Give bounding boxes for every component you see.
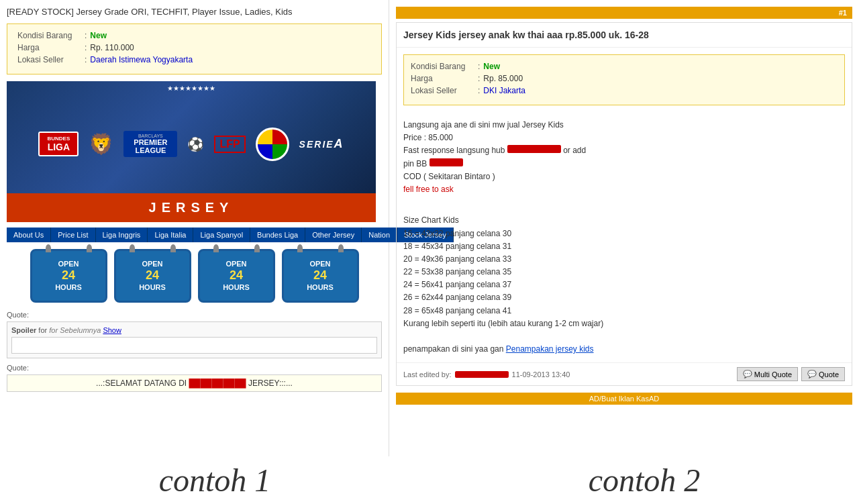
kondisi-value: New xyxy=(90,31,107,40)
quote-section-2: Quote: ...:SELAMAT DATANG DI ██████████ … xyxy=(7,364,382,392)
banner-logos: ★★★★★★★★ BUNDES LIGA 🦁 BARCLAYS PREMIER … xyxy=(7,81,376,193)
body-line4: pin BB xyxy=(403,158,845,170)
lokasi-value: Daerah Istimewa Yogyakarta xyxy=(90,55,193,64)
post-number-badge: #1 xyxy=(839,9,847,17)
page-title: [READY STOCK] Jersey Grade ORI, TECHFIT,… xyxy=(7,7,382,17)
quote-label-2: Quote: xyxy=(7,364,382,372)
spoiler-label: Spoiler xyxy=(11,326,36,334)
size-20: 20 = 49x36 panjang celana 33 xyxy=(403,253,845,266)
right-kondisi-value: New xyxy=(483,62,500,71)
size-28: 28 = 65x48 panjang celana 41 xyxy=(403,305,845,317)
size-note: Kurang lebih seperti itu (lebih atau kur… xyxy=(403,317,845,330)
kondisi-label: Kondisi Barang xyxy=(17,31,85,40)
body-line3: Fast response langsung hub or add xyxy=(403,144,845,157)
post-title: Jersey Kids jersey anak kw thai aaa rp.8… xyxy=(397,23,852,48)
bottom-label-left-container: contoh 1 xyxy=(0,456,430,504)
size-chart: Size Chart Kids 16 = 42x32 panjang celan… xyxy=(403,214,845,330)
right-harga-value: Rp. 85.000 xyxy=(483,74,523,83)
open24-sign-1: OPEN 24 HOURS xyxy=(30,249,107,303)
body-line1: Langsung aja ane di sini mw jual Jersey … xyxy=(403,119,845,132)
lfp-logo: LFP xyxy=(214,136,245,153)
redacted-phone xyxy=(507,145,561,153)
welcome-end: JERSEY:::... xyxy=(248,379,293,388)
quote-box-1: Spoiler for for Sebelumnya Show xyxy=(7,321,382,358)
quote-button[interactable]: 💬 Quote xyxy=(801,367,845,381)
size-18: 18 = 45x34 panjang celana 31 xyxy=(403,240,845,253)
welcome-red: ██████████ xyxy=(189,379,248,388)
last-edited-label: Last edited by: xyxy=(403,370,452,379)
nav-liga-inggris[interactable]: Liga Inggris xyxy=(96,228,148,242)
nav-about-us[interactable]: About Us xyxy=(7,228,51,242)
colorful-circle xyxy=(256,128,289,161)
right-lokasi-value: DKI Jakarta xyxy=(483,86,525,95)
penampakan-link[interactable]: Penampakan jersey kids xyxy=(506,344,594,354)
chat-icon: 💬 xyxy=(743,370,752,379)
size-26: 26 = 62x44 panjang celana 39 xyxy=(403,291,845,304)
contoh-1-label: contoh 1 xyxy=(159,462,271,499)
right-harga-label: Harga xyxy=(411,74,478,83)
barclays-logo: BARCLAYS PREMIER LEAGUE xyxy=(123,131,177,157)
spoiler-content xyxy=(11,337,377,354)
penampakan-line: penampakan di sini yaa gan Penampakan je… xyxy=(403,343,845,356)
serie-a-logo: SERIEA xyxy=(299,137,344,151)
nav-bundes-liga[interactable]: Bundes Liga xyxy=(250,228,305,242)
contoh-2-label: contoh 2 xyxy=(589,462,701,499)
footer-left: Last edited by: 11-09-2013 13:40 xyxy=(403,370,570,379)
bundesliga-logo: BUNDES LIGA xyxy=(38,132,79,156)
ad-footer: AD/Buat Iklan KasAD xyxy=(396,393,852,405)
harga-value: Rp. 110.000 xyxy=(90,43,134,52)
footer-buttons: 💬 Multi Quote 💬 Quote xyxy=(737,367,845,381)
right-kondisi-label: Kondisi Barang xyxy=(411,62,478,71)
multi-quote-button[interactable]: 💬 Multi Quote xyxy=(737,367,798,381)
banner: ★★★★★★★★ BUNDES LIGA 🦁 BARCLAYS PREMIER … xyxy=(7,81,376,222)
harga-label: Harga xyxy=(17,43,85,52)
size-24: 24 = 56x41 panjang celana 37 xyxy=(403,279,845,291)
quote-label-1: Quote: xyxy=(7,311,382,319)
lion-icon: 🦁 xyxy=(89,132,113,156)
body-fell-free: fell free to ask xyxy=(403,183,845,196)
size-22: 22 = 53x38 panjang celana 35 xyxy=(403,266,845,279)
soccer-ball-icon: ⚽ xyxy=(187,136,204,152)
open24-sign-2: OPEN 24 HOURS xyxy=(114,249,191,303)
spoiler-line: Spoiler for for Sebelumnya Show xyxy=(11,326,377,334)
body-line2: Price : 85.000 xyxy=(403,132,845,144)
footer-username-redacted xyxy=(455,371,509,378)
left-panel: [READY STOCK] Jersey Grade ORI, TECHFIT,… xyxy=(0,0,389,456)
right-info-box: Kondisi Barang : New Harga : Rp. 85.000 … xyxy=(403,54,845,105)
left-info-box: Kondisi Barang : New Harga : Rp. 110.000… xyxy=(7,23,382,74)
right-panel: #1 Jersey Kids jersey anak kw thai aaa r… xyxy=(389,0,859,456)
spoiler-for-text: for Sebelumnya xyxy=(49,326,101,334)
quote-section-1: Quote: Spoiler for for Sebelumnya Show xyxy=(7,311,382,358)
open24-sign-4: OPEN 24 HOURS xyxy=(282,249,359,303)
show-link[interactable]: Show xyxy=(103,326,121,334)
nav-liga-spanyol[interactable]: Liga Spanyol xyxy=(193,228,250,242)
quote-icon: 💬 xyxy=(807,370,817,379)
lokasi-label: Lokasi Seller xyxy=(17,55,85,64)
welcome-text: ...:SELAMAT DATANG DI xyxy=(96,379,187,388)
nav-other-jersey[interactable]: Other Jersey xyxy=(305,228,362,242)
size-16: 16 = 42x32 panjang celana 30 xyxy=(403,228,845,240)
nav-bar: About Us Price List Liga Inggris Liga It… xyxy=(7,228,382,242)
jersey-banner-text: JERSEY xyxy=(7,193,376,222)
size-title: Size Chart Kids xyxy=(403,214,845,227)
post-container: Jersey Kids jersey anak kw thai aaa rp.8… xyxy=(396,22,852,386)
nav-price-list[interactable]: Price List xyxy=(51,228,95,242)
post-footer: Last edited by: 11-09-2013 13:40 💬 Multi… xyxy=(397,362,852,385)
body-line5: COD ( Sekitaran Bintaro ) xyxy=(403,170,845,183)
open24-sign-3: OPEN 24 HOURS xyxy=(198,249,275,303)
nav-liga-italia[interactable]: Liga Italia xyxy=(148,228,193,242)
redacted-pin xyxy=(430,158,463,166)
welcome-bar: ...:SELAMAT DATANG DI ██████████ JERSEY:… xyxy=(7,374,382,392)
open24-signs-row: OPEN 24 HOURS OPEN 24 HOURS OPEN 24 HOUR… xyxy=(7,249,382,303)
right-lokasi-label: Lokasi Seller xyxy=(411,86,478,95)
footer-timestamp: 11-09-2013 13:40 xyxy=(512,370,570,379)
bottom-labels: contoh 1 contoh 2 xyxy=(0,456,859,504)
post-body: Langsung aja ane di sini mw jual Jersey … xyxy=(397,112,852,362)
bottom-label-right-container: contoh 2 xyxy=(430,456,859,504)
